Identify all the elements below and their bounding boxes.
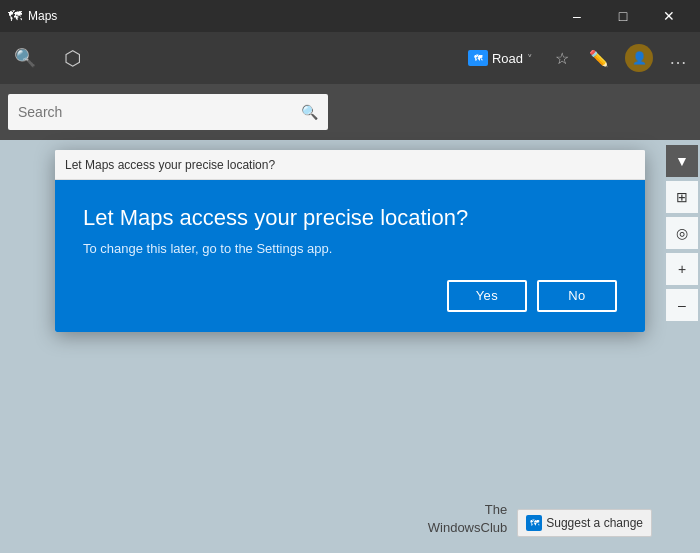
ink-icon[interactable]: ✏️ bbox=[585, 45, 613, 72]
avatar[interactable]: 👤 bbox=[625, 44, 653, 72]
no-button[interactable]: No bbox=[537, 280, 617, 312]
suggest-change-button[interactable]: 🗺 Suggest a change bbox=[517, 509, 652, 537]
close-button[interactable]: ✕ bbox=[646, 0, 692, 32]
dialog-heading: Let Maps access your precise location? bbox=[83, 204, 617, 233]
dialog-titlebar: Let Maps access your precise location? bbox=[55, 150, 645, 180]
dialog-titlebar-text: Let Maps access your precise location? bbox=[65, 158, 275, 172]
dialog-overlay: Let Maps access your precise location? L… bbox=[0, 140, 700, 553]
watermark-line1: The bbox=[428, 501, 507, 519]
dialog-buttons: Yes No bbox=[83, 280, 617, 312]
favorites-icon[interactable]: ☆ bbox=[551, 45, 573, 72]
road-icon: 🗺 bbox=[468, 50, 488, 66]
search-toolbar-icon[interactable]: 🔍 bbox=[8, 41, 42, 75]
location-permission-dialog: Let Maps access your precise location? L… bbox=[55, 150, 645, 332]
search-area: 🔍 bbox=[0, 84, 700, 140]
search-submit-button[interactable]: 🔍 bbox=[301, 104, 318, 120]
minimize-button[interactable]: – bbox=[554, 0, 600, 32]
title-bar-left: 🗺 Maps bbox=[8, 8, 57, 24]
app-title: Maps bbox=[28, 9, 57, 23]
bottom-right-area: The WindowsClub 🗺 Suggest a change bbox=[428, 501, 652, 537]
toolbar: 🔍 ⬡ 🗺 Road ˅ ☆ ✏️ 👤 … bbox=[0, 32, 700, 84]
watermark-line2: WindowsClub bbox=[428, 519, 507, 537]
title-bar-controls: – □ ✕ bbox=[554, 0, 692, 32]
watermark-text: The WindowsClub bbox=[428, 501, 507, 537]
suggest-icon: 🗺 bbox=[526, 515, 542, 531]
search-input[interactable] bbox=[18, 104, 293, 120]
road-label: Road bbox=[492, 51, 523, 66]
app-icon: 🗺 bbox=[8, 8, 22, 24]
directions-icon[interactable]: ⬡ bbox=[58, 40, 87, 76]
maximize-button[interactable]: □ bbox=[600, 0, 646, 32]
more-icon[interactable]: … bbox=[665, 44, 692, 73]
title-bar: 🗺 Maps – □ ✕ bbox=[0, 0, 700, 32]
map-area[interactable]: ▼ ⊞ ◎ + – Let Maps access your precise l… bbox=[0, 140, 700, 553]
suggest-label: Suggest a change bbox=[546, 516, 643, 530]
avatar-initials: 👤 bbox=[632, 51, 647, 65]
search-box: 🔍 bbox=[8, 94, 328, 130]
yes-button[interactable]: Yes bbox=[447, 280, 527, 312]
road-view-button[interactable]: 🗺 Road ˅ bbox=[462, 46, 539, 70]
dialog-body: Let Maps access your precise location? T… bbox=[55, 180, 645, 332]
toolbar-left: 🔍 ⬡ bbox=[8, 40, 87, 76]
road-chevron: ˅ bbox=[527, 53, 533, 66]
dialog-subtext: To change this later, go to the Settings… bbox=[83, 241, 617, 256]
toolbar-right: 🗺 Road ˅ ☆ ✏️ 👤 … bbox=[462, 44, 692, 73]
